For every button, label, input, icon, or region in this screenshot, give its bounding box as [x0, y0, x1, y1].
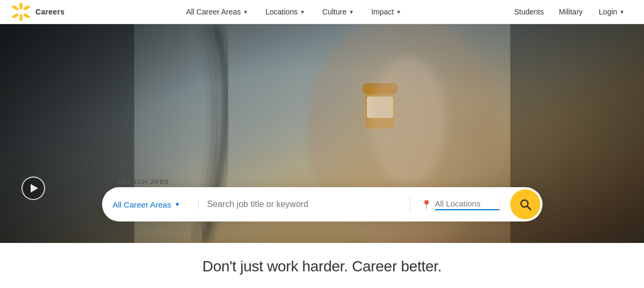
search-container: SEARCH JOBS All Career Areas ▼ 📍 [102, 179, 542, 221]
nav-item-impact[interactable]: Impact ▼ [363, 0, 410, 24]
nav-item-all-career-areas[interactable]: All Career Areas ▼ [177, 0, 257, 24]
tagline-text: Don't just work harder. Career better. [202, 258, 442, 275]
brand-logo[interactable]: Careers [11, 2, 64, 22]
hero-section: SEARCH JOBS All Career Areas ▼ 📍 [0, 24, 644, 243]
chevron-down-icon: ▼ [243, 9, 248, 15]
svg-point-2 [23, 5, 31, 11]
svg-line-15 [527, 206, 531, 210]
chevron-down-icon: ▼ [349, 9, 354, 15]
tagline-section: Don't just work harder. Career better. [0, 243, 644, 288]
navbar: Careers All Career Areas ▼ Locations ▼ C… [0, 0, 644, 24]
search-button[interactable] [510, 189, 540, 219]
svg-point-3 [11, 13, 19, 19]
nav-links: All Career Areas ▼ Locations ▼ Culture ▼… [81, 0, 506, 24]
location-pin-icon: 📍 [421, 200, 432, 210]
chevron-down-icon: ▼ [175, 201, 180, 208]
nav-item-culture[interactable]: Culture ▼ [314, 0, 363, 24]
svg-point-1 [19, 14, 23, 21]
chevron-down-icon: ▼ [396, 9, 401, 15]
play-icon [31, 184, 38, 193]
nav-item-locations[interactable]: Locations ▼ [257, 0, 314, 24]
career-area-selected: All Career Areas [113, 200, 171, 209]
svg-point-5 [23, 13, 31, 19]
career-area-dropdown[interactable]: All Career Areas ▼ [113, 200, 199, 209]
play-button[interactable] [21, 176, 45, 200]
svg-point-4 [11, 5, 19, 11]
search-keyword-input[interactable] [199, 200, 410, 209]
search-label: SEARCH JOBS [118, 179, 542, 185]
search-box: All Career Areas ▼ 📍 [102, 187, 542, 221]
brand-name-label: Careers [35, 8, 64, 16]
walmart-spark-icon [11, 2, 31, 22]
nav-item-military[interactable]: Military [551, 0, 590, 24]
search-icon [519, 198, 532, 211]
nav-right: Students Military Login ▼ [506, 0, 633, 24]
nav-item-login[interactable]: Login ▼ [590, 0, 633, 24]
search-location: 📍 [410, 199, 510, 210]
chevron-down-icon: ▼ [300, 9, 305, 15]
svg-point-0 [19, 2, 23, 10]
search-location-input[interactable] [435, 199, 500, 210]
chevron-down-icon: ▼ [619, 9, 625, 15]
nav-item-students[interactable]: Students [506, 0, 551, 24]
